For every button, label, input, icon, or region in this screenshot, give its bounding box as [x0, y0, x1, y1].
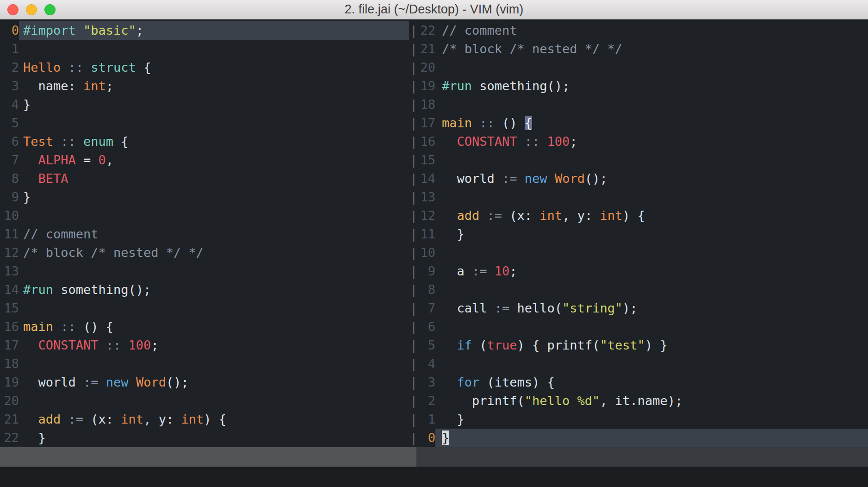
line-number: 17: [4, 336, 19, 355]
vim-pane-right[interactable]: |22// comment|21/* block /* nested */ */…: [409, 21, 868, 447]
split-divider-icon: |: [410, 206, 416, 225]
code-text: printf("hello %d", it.name);: [435, 392, 868, 410]
code-line[interactable]: 9}: [0, 188, 409, 206]
code-line[interactable]: |4: [409, 355, 868, 373]
code-line[interactable]: |0}: [409, 429, 868, 447]
code-line[interactable]: |19#run something();: [409, 77, 868, 95]
line-number: 12: [420, 206, 435, 225]
code-line[interactable]: |17main :: () {: [409, 114, 868, 132]
token-fg: [23, 338, 38, 352]
close-button[interactable]: [7, 4, 19, 15]
token-fg: ,: [106, 153, 113, 167]
line-number: 22: [420, 21, 435, 40]
line-number: 20: [420, 58, 435, 77]
token-string: "hello %d": [525, 393, 600, 408]
code-text: [435, 58, 868, 77]
token-fg: , it.name);: [600, 393, 682, 408]
split-divider-icon: |: [410, 114, 416, 132]
command-line[interactable]: [0, 467, 868, 487]
code-text: [435, 188, 868, 206]
code-line[interactable]: 7 ALPHA = 0,: [0, 151, 409, 169]
code-line[interactable]: |6: [409, 318, 868, 336]
code-line[interactable]: |8: [409, 281, 868, 299]
code-line[interactable]: 17 CONSTANT :: 100;: [0, 336, 409, 355]
line-number: 9: [420, 262, 435, 281]
code-line[interactable]: |13: [409, 188, 868, 206]
split-divider-icon: |: [410, 77, 416, 95]
code-line[interactable]: |11 }: [409, 225, 868, 244]
code-line[interactable]: |10: [409, 244, 868, 262]
split-divider-icon: |: [410, 355, 416, 373]
code-line[interactable]: 6Test :: enum {: [0, 132, 409, 151]
code-line[interactable]: 12/* block /* nested */ */: [0, 244, 409, 262]
editor-area: 0#import "basic";12Hello :: struct {3 na…: [0, 19, 868, 447]
code-line[interactable]: 16main :: () {: [0, 318, 409, 336]
code-line[interactable]: |9 a := 10;: [409, 262, 868, 281]
line-number: 16: [420, 132, 435, 151]
code-line[interactable]: 0#import "basic";: [0, 21, 409, 40]
code-line[interactable]: 13: [0, 262, 409, 281]
code-line[interactable]: |2 printf("hello %d", it.name);: [409, 392, 868, 410]
token-fg: ;: [570, 134, 577, 149]
code-line[interactable]: 8 BETA: [0, 169, 409, 188]
code-text: /* block /* nested */ */: [435, 40, 868, 58]
split-divider-icon: |: [410, 169, 416, 188]
code-line[interactable]: 18: [0, 355, 409, 373]
code-line[interactable]: |7 call := hello("string");: [409, 299, 868, 318]
code-line[interactable]: 10: [0, 206, 409, 225]
code-line[interactable]: 2Hello :: struct {: [0, 58, 409, 77]
vim-pane-left[interactable]: 0#import "basic";12Hello :: struct {3 na…: [0, 21, 409, 447]
code-line[interactable]: 21 add := (x: int, y: int) {: [0, 410, 409, 429]
code-text: if (true) { printf("test") }: [435, 336, 868, 355]
line-number: 8: [420, 281, 435, 299]
code-text: #run something();: [435, 77, 868, 95]
code-line[interactable]: |21/* block /* nested */ */: [409, 40, 868, 58]
line-number: 6: [420, 318, 435, 336]
code-text: main :: () {: [19, 318, 409, 336]
zoom-button[interactable]: [44, 4, 56, 15]
code-line[interactable]: |14 world := new Word();: [409, 169, 868, 188]
code-line[interactable]: |16 CONSTANT :: 100;: [409, 132, 868, 151]
token-fg: printf(: [442, 393, 525, 408]
token-fg: (x:: [502, 208, 539, 223]
code-line[interactable]: |15: [409, 151, 868, 169]
code-line[interactable]: 5: [0, 114, 409, 132]
token-blue: new: [106, 375, 129, 389]
code-line[interactable]: 14#run something();: [0, 281, 409, 299]
code-line[interactable]: |1 }: [409, 410, 868, 429]
token-fg: ) {: [204, 412, 226, 426]
split-divider-icon: |: [410, 336, 416, 355]
code-line[interactable]: 4}: [0, 95, 409, 114]
code-line[interactable]: |20: [409, 58, 868, 77]
code-line[interactable]: 11// comment: [0, 225, 409, 244]
token-fg: ;: [106, 79, 113, 93]
line-number: 18: [4, 355, 19, 373]
token-op: :=: [68, 412, 84, 426]
line-number: 19: [420, 77, 435, 95]
token-string: "test": [600, 338, 645, 352]
code-line[interactable]: 3 name: int;: [0, 77, 409, 95]
split-divider-icon: |: [410, 281, 416, 299]
token-fg: [442, 375, 457, 389]
traffic-lights: [7, 0, 56, 19]
code-line[interactable]: |18: [409, 95, 868, 114]
code-line[interactable]: 19 world := new Word();: [0, 373, 409, 392]
code-line[interactable]: 1: [0, 40, 409, 58]
code-line[interactable]: 20: [0, 392, 409, 410]
code-line[interactable]: |12 add := (x: int, y: int) {: [409, 206, 868, 225]
token-fg: , y:: [562, 208, 600, 223]
minimize-button[interactable]: [26, 4, 37, 15]
code-text: [19, 299, 409, 318]
line-number: 4: [420, 355, 435, 373]
token-fg: ();: [585, 171, 608, 186]
code-line[interactable]: |22// comment: [409, 21, 868, 40]
token-fg: [61, 60, 68, 75]
code-line[interactable]: |3 for (items) {: [409, 373, 868, 392]
code-text: [19, 206, 409, 225]
token-op: ::: [106, 338, 121, 352]
code-line[interactable]: 22 }: [0, 429, 409, 447]
token-red: 100: [547, 134, 570, 149]
code-line[interactable]: |5 if (true) { printf("test") }: [409, 336, 868, 355]
token-fg: [23, 171, 38, 186]
code-line[interactable]: 15: [0, 299, 409, 318]
